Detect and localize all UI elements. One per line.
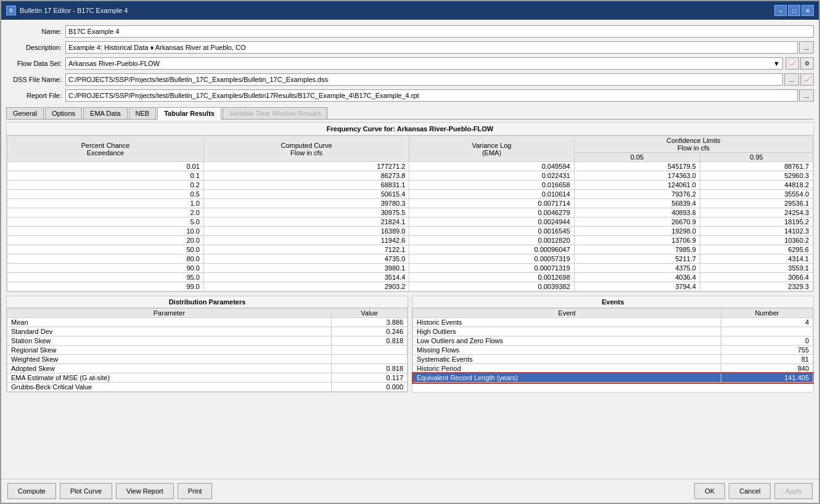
dss-browse-button[interactable]: ... bbox=[784, 73, 799, 86]
ok-button[interactable]: OK bbox=[694, 483, 725, 499]
event-number-cell: 755 bbox=[721, 346, 813, 355]
computed-cell: 11942.6 bbox=[203, 236, 409, 245]
report-input[interactable] bbox=[65, 89, 798, 102]
flow-data-select[interactable]: Arkansas River-Pueblo-FLOW ▼ bbox=[65, 57, 783, 70]
table-row: 5.0 21824.1 0.0024944 26670.9 18195.2 bbox=[7, 217, 813, 227]
event-name-cell: High Outliers bbox=[413, 327, 721, 336]
apply-button[interactable]: Apply bbox=[774, 483, 813, 499]
list-item: Station Skew 0.818 bbox=[7, 336, 408, 346]
name-label: Name: bbox=[6, 28, 62, 35]
computed-cell: 2903.2 bbox=[203, 282, 409, 291]
c005-cell: 124061.0 bbox=[574, 181, 700, 190]
title-bar-left: B Bulletin 17 Editor - B17C Example 4 bbox=[6, 6, 128, 15]
report-browse-button[interactable]: ... bbox=[799, 89, 814, 102]
c005-cell: 19298.0 bbox=[574, 227, 700, 236]
frequency-table: Percent ChanceExceedance Computed CurveF… bbox=[7, 136, 813, 291]
name-input[interactable] bbox=[65, 25, 814, 38]
description-browse-button[interactable]: ... bbox=[799, 41, 814, 54]
flow-settings-icon[interactable]: ⚙ bbox=[800, 57, 814, 70]
c005-cell: 7985.9 bbox=[574, 245, 700, 254]
c095-cell: 44818.2 bbox=[700, 181, 813, 190]
list-item: Standard Dev 0.246 bbox=[7, 327, 408, 336]
pct-cell: 80.0 bbox=[7, 254, 204, 264]
table-row: 0.01 177271.2 0.049594 545179.5 88761.7 bbox=[7, 162, 813, 171]
report-label: Report File: bbox=[6, 92, 62, 99]
list-item: Weighted Skew bbox=[7, 355, 408, 364]
event-number-cell: 840 bbox=[721, 364, 813, 373]
c095-cell: 35554.0 bbox=[700, 190, 813, 199]
maximize-button[interactable]: □ bbox=[788, 5, 800, 16]
c095-cell: 6295.6 bbox=[700, 245, 813, 254]
computed-cell: 16389.0 bbox=[203, 227, 409, 236]
list-item: Adopted Skew 0.818 bbox=[7, 364, 408, 373]
variance-cell: 0.0024944 bbox=[409, 217, 574, 227]
tab-general[interactable]: General bbox=[6, 107, 44, 119]
footer-bar: Compute Plot Curve View Report Print OK … bbox=[1, 479, 819, 503]
param-name-cell: Weighted Skew bbox=[7, 355, 332, 364]
computed-cell: 30975.5 bbox=[203, 208, 409, 217]
c095-cell: 3559.1 bbox=[700, 264, 813, 273]
dropdown-arrow-icon: ▼ bbox=[773, 60, 780, 67]
tab-options[interactable]: Options bbox=[45, 107, 82, 119]
pct-cell: 99.0 bbox=[7, 282, 204, 291]
dist-params-title: Distribution Parameters bbox=[7, 296, 408, 308]
list-item: High Outliers bbox=[413, 327, 813, 336]
param-name-cell: Adopted Skew bbox=[7, 364, 332, 373]
list-item: Low Outliers and Zero Flows 0 bbox=[413, 336, 813, 346]
title-bar: B Bulletin 17 Editor - B17C Example 4 ‒ … bbox=[1, 1, 819, 20]
tab-neb[interactable]: NEB bbox=[129, 107, 157, 119]
close-button[interactable]: ✕ bbox=[802, 5, 814, 16]
pct-cell: 0.2 bbox=[7, 181, 204, 190]
param-name-cell: Mean bbox=[7, 318, 332, 327]
computed-cell: 3980.1 bbox=[203, 264, 409, 273]
c005-cell: 4375.0 bbox=[574, 264, 700, 273]
computed-cell: 3514.4 bbox=[203, 273, 409, 282]
minimize-button[interactable]: ‒ bbox=[774, 5, 787, 16]
description-input-group: ... bbox=[65, 41, 814, 54]
print-button[interactable]: Print bbox=[178, 483, 213, 499]
dss-input[interactable] bbox=[65, 73, 783, 86]
c095-cell: 10360.2 bbox=[700, 236, 813, 245]
cancel-button[interactable]: Cancel bbox=[729, 483, 771, 499]
name-row: Name: bbox=[6, 25, 814, 38]
tab-variable-time-window: Variable Time Window Results bbox=[223, 107, 327, 119]
dss-row: DSS File Name: ... 📈 bbox=[6, 73, 814, 86]
event-number-cell: 0 bbox=[721, 336, 813, 346]
variance-cell: 0.00057319 bbox=[409, 254, 574, 264]
pct-cell: 0.1 bbox=[7, 171, 204, 181]
dist-params-table: Parameter Value Mean 3.886 Standard Dev … bbox=[7, 308, 408, 392]
table-row: 0.1 86273.8 0.022431 174363.0 52960.3 bbox=[7, 171, 813, 181]
event-name-cell: Historic Period bbox=[413, 364, 721, 373]
event-name-cell: Low Outliers and Zero Flows bbox=[413, 336, 721, 346]
description-row: Description: ... bbox=[6, 41, 814, 54]
c095-cell: 52960.3 bbox=[700, 171, 813, 181]
event-number-cell: 141.405 bbox=[721, 373, 813, 383]
pct-cell: 20.0 bbox=[7, 236, 204, 245]
plot-curve-button[interactable]: Plot Curve bbox=[60, 483, 112, 499]
events-header-number: Number bbox=[721, 309, 813, 318]
table-row: 90.0 3980.1 0.00071319 4375.0 3559.1 bbox=[7, 264, 813, 273]
table-row: 99.0 2903.2 0.0039382 3794.4 2329.3 bbox=[7, 282, 813, 291]
flow-data-icons: 📈 ⚙ bbox=[785, 57, 814, 70]
computed-cell: 68831.1 bbox=[203, 181, 409, 190]
tab-tabular-results[interactable]: Tabular Results bbox=[157, 107, 221, 120]
param-name-cell: Grubbs-Beck Critical Value bbox=[7, 383, 332, 392]
computed-cell: 86273.8 bbox=[203, 171, 409, 181]
tab-ema-data[interactable]: EMA Data bbox=[83, 107, 128, 119]
dss-chart-icon[interactable]: 📈 bbox=[800, 73, 814, 86]
list-item: Missing Flows 755 bbox=[413, 346, 813, 355]
distribution-params-section: Distribution Parameters Parameter Value … bbox=[6, 296, 408, 392]
description-input[interactable] bbox=[65, 41, 798, 54]
pct-cell: 50.0 bbox=[7, 245, 204, 254]
flow-chart-icon[interactable]: 📈 bbox=[785, 57, 799, 70]
computed-cell: 39780.3 bbox=[203, 199, 409, 208]
compute-button[interactable]: Compute bbox=[7, 483, 56, 499]
view-report-button[interactable]: View Report bbox=[116, 483, 174, 499]
table-row: 0.5 50615.4 0.010614 79376.2 35554.0 bbox=[7, 190, 813, 199]
list-item: EMA Estimate of MSE (G at-site) 0.117 bbox=[7, 373, 408, 383]
dss-label: DSS File Name: bbox=[6, 76, 62, 83]
table-row: 95.0 3514.4 0.0012698 4036.4 3066.4 bbox=[7, 273, 813, 282]
variance-cell: 0.0012698 bbox=[409, 273, 574, 282]
pct-cell: 10.0 bbox=[7, 227, 204, 236]
param-value-cell: 0.246 bbox=[331, 327, 407, 336]
